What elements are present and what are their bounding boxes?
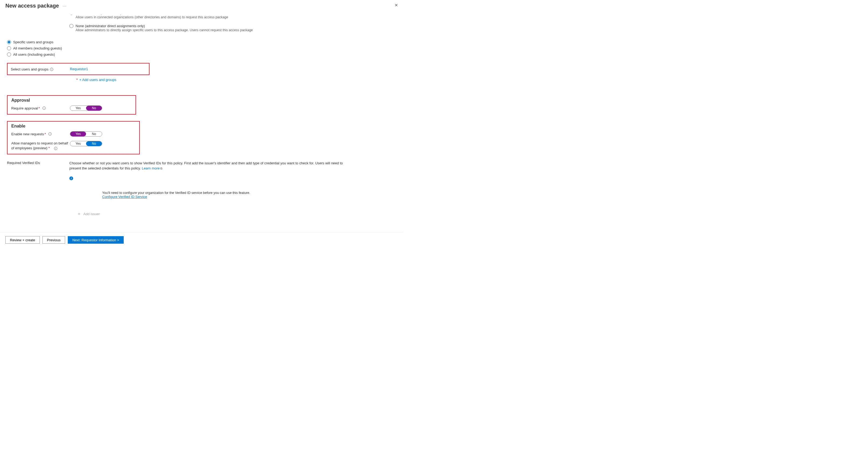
toggle-yes[interactable]: Yes <box>70 131 86 136</box>
enable-new-requests-toggle[interactable]: Yes No <box>70 131 102 137</box>
toggle-no[interactable]: No <box>86 106 102 111</box>
radio-label: Specific users and groups <box>13 40 54 44</box>
learn-more-link[interactable]: Learn more⧉ <box>142 166 162 170</box>
radio-icon <box>7 53 11 57</box>
learn-more-text: Learn more <box>142 166 159 170</box>
page-title: New access package <box>5 3 59 9</box>
request-scope-option-external[interactable]: For users not in your directory Allow us… <box>69 15 398 23</box>
allow-managers-toggle[interactable]: Yes No <box>70 141 102 146</box>
radio-icon <box>7 46 11 50</box>
required-star-icon: * <box>44 132 46 136</box>
require-approval-label: Require approval <box>11 106 38 110</box>
option-description: Allow users in connected organizations (… <box>75 15 228 19</box>
info-icon[interactable]: i <box>49 132 52 135</box>
scope-all-members[interactable]: All members (excluding guests) <box>7 46 398 50</box>
request-scope-option-none[interactable]: None (administrator direct assignments o… <box>69 24 398 32</box>
review-create-button[interactable]: Review + create <box>5 236 40 244</box>
approval-section: Approval Require approval * i Yes No <box>7 95 136 115</box>
info-icon[interactable]: i <box>42 106 46 110</box>
radio-label: All members (excluding guests) <box>13 46 62 50</box>
add-issuer-label: Add issuer <box>83 212 100 216</box>
info-icon[interactable]: i <box>54 147 57 150</box>
info-icon[interactable]: i <box>50 68 53 71</box>
require-approval-toggle[interactable]: Yes No <box>70 105 102 111</box>
option-label: For users not in your directory <box>75 15 122 15</box>
option-description: Allow administrators to directly assign … <box>75 28 398 32</box>
wizard-footer: Review + create Previous Next: Requestor… <box>0 232 403 247</box>
approval-heading: Approval <box>11 98 132 103</box>
page-header: New access package ··· ✕ <box>0 0 403 10</box>
radio-icon <box>69 24 73 28</box>
toggle-yes[interactable]: Yes <box>70 141 86 146</box>
toggle-no[interactable]: No <box>86 131 102 136</box>
verified-desc-text: Choose whether or not you want users to … <box>69 161 343 170</box>
external-link-icon: ⧉ <box>160 166 162 171</box>
selected-requestor-link[interactable]: Requestor1 <box>70 67 88 71</box>
verified-ids-description: Choose whether or not you want users to … <box>69 161 352 171</box>
radio-icon <box>69 15 73 15</box>
option-label: None (administrator direct assignments o… <box>75 24 145 28</box>
scope-all-users[interactable]: All users (including guests) <box>7 53 398 57</box>
required-star-icon: * <box>49 146 50 150</box>
enable-new-requests-label: Enable new requests <box>11 132 44 136</box>
configure-verified-id-link[interactable]: Configure Verified ID Service <box>102 195 147 199</box>
config-msg-text: You'll need to configure your organizati… <box>102 191 290 195</box>
add-users-link[interactable]: + Add users and groups <box>79 78 117 82</box>
radio-icon <box>7 40 11 44</box>
more-icon[interactable]: ··· <box>63 4 67 8</box>
required-star-icon: * <box>38 106 40 110</box>
previous-button[interactable]: Previous <box>42 236 65 244</box>
plus-icon: ＋ <box>77 212 81 216</box>
radio-label: All users (including guests) <box>13 53 55 57</box>
user-scope-radio-group: Specific users and groups All members (e… <box>7 40 398 57</box>
allow-managers-text: Allow managers to request on behalf of e… <box>11 141 68 150</box>
enable-heading: Enable <box>11 124 136 129</box>
required-star-icon: * <box>76 78 78 82</box>
verified-ids-label: Required Verified IDs <box>7 161 40 165</box>
select-users-section: Select users and groups i Requestor1 <box>7 63 150 75</box>
info-badge-icon[interactable]: i <box>69 177 73 180</box>
close-icon[interactable]: ✕ <box>395 3 398 7</box>
add-users-row: * + Add users and groups <box>76 78 398 82</box>
toggle-yes[interactable]: Yes <box>70 106 86 111</box>
verified-ids-section: Required Verified IDs Choose whether or … <box>7 161 398 180</box>
enable-section: Enable Enable new requests * i Yes No Al… <box>7 121 140 154</box>
toggle-no[interactable]: No <box>86 141 102 146</box>
next-button[interactable]: Next: Requestor Information > <box>68 236 124 244</box>
allow-managers-label: Allow managers to request on behalf of e… <box>11 141 70 151</box>
verified-id-config-message: You'll need to configure your organizati… <box>102 191 290 199</box>
scope-specific-users[interactable]: Specific users and groups <box>7 40 398 44</box>
select-users-label: Select users and groups <box>11 67 49 71</box>
add-issuer-button: ＋ Add issuer <box>77 212 398 216</box>
